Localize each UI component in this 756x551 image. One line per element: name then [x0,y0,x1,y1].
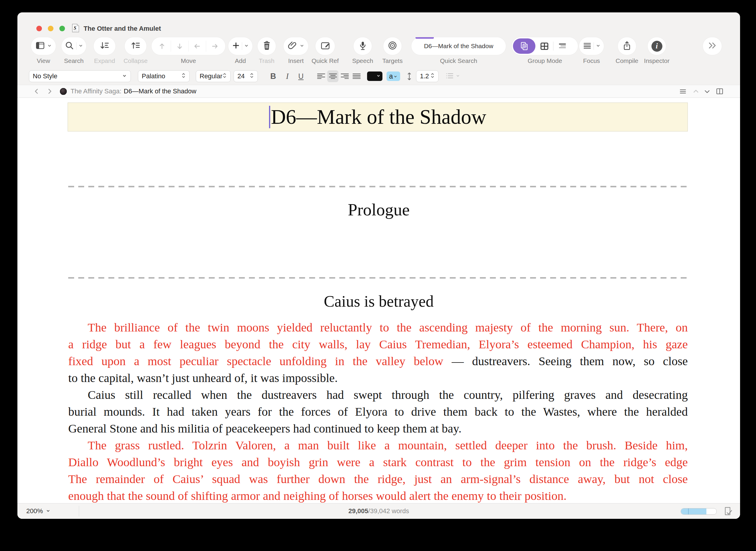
stepper-icon [250,72,254,81]
header-menu-button[interactable] [679,85,687,97]
toolbar-overflow [703,37,722,55]
editor-footer: 200% 29,005/39,042 words [17,503,740,519]
previous-document-button[interactable] [692,85,700,97]
text-line: a ridge but a few leagues beyond the cit… [68,336,688,353]
stepper-icon [181,72,186,81]
text-cursor [269,106,270,128]
document-stack-icon [519,41,529,51]
text-segment: — dustreavers. Seeing them now, so close [443,354,688,368]
highlight-a-glyph: a [389,72,393,80]
text-color-swatch[interactable] [367,71,382,81]
section-separator [68,186,688,187]
list-style-button[interactable] [444,70,462,82]
focus-button[interactable] [579,37,604,55]
insert-button[interactable] [283,37,308,55]
quick-ref-button[interactable] [315,37,335,55]
expand-button[interactable] [94,37,115,55]
text-line: Caius still recalled when the dustreaver… [68,387,688,403]
collapse-button[interactable] [125,37,146,55]
compile-button[interactable] [618,37,636,55]
outline-view-button[interactable] [553,38,571,54]
underline-button[interactable]: U [295,70,307,82]
toolbar-overflow-button[interactable] [703,37,722,55]
target-progress-bar[interactable] [681,508,717,515]
trash-button[interactable] [258,37,276,55]
toolbar-compile: Compile [618,37,636,64]
minimize-window-button[interactable] [48,26,53,31]
move-up-button[interactable] [153,40,171,52]
word-count: 29,005/39,042 words [17,503,740,519]
italic-button[interactable]: I [281,70,293,82]
align-left-button[interactable] [315,70,327,82]
page-view-toggle-button[interactable] [724,506,732,517]
target-icon [387,40,397,52]
view-button[interactable] [31,37,56,55]
quick-ref-icon [320,40,330,52]
quick-search-progress-bar [416,37,434,39]
search-button[interactable] [61,37,86,55]
style-select[interactable]: No Style [29,70,131,82]
text-segment: a ridge but a few leagues beyond the cit… [68,338,688,351]
focus-lines-icon [583,41,592,51]
toolbar-insert: Insert [283,37,308,64]
corkboard-view-button[interactable] [535,38,553,54]
line-spacing-stepper[interactable]: 1.2 [416,70,439,82]
window-title: The Otter and the Amulet [84,25,161,32]
line-spacing-value: 1.2 [420,72,429,80]
editor-content[interactable]: D6—Mark of the Shadow Prologue Caius is … [17,98,740,503]
font-variant-select[interactable]: Regular [196,70,231,82]
text-line: fixed upon a most peculiar spectacle unf… [68,353,688,370]
move-left-button[interactable] [188,40,206,52]
quick-search-label: Quick Search [440,57,477,64]
targets-label: Targets [382,57,403,64]
chevron-down-icon [122,72,127,80]
targets-button[interactable] [383,37,402,55]
info-icon: i [651,41,662,52]
move-down-button[interactable] [171,40,188,52]
document-title-block[interactable]: D6—Mark of the Shadow [68,102,688,131]
close-window-button[interactable] [36,26,42,31]
split-editor-button[interactable] [716,85,724,97]
desktop: { "window": { "title": "The Otter and th… [0,0,756,551]
progress-tick [688,508,689,514]
alignment-group [315,70,362,82]
navigate-forward-button[interactable] [46,85,53,97]
text-segment: fixed upon a most peculiar spectacle unf… [68,354,443,368]
style-value: No Style [33,72,57,80]
navigate-back-button[interactable] [33,85,40,97]
text-line: The grass rustled. Tolzrin Valoren, a ma… [68,437,688,454]
inspector-button[interactable]: i [648,37,666,55]
collapse-label: Collapse [123,57,148,64]
chevron-down-icon [703,88,711,95]
outline-icon [558,42,567,50]
speech-button[interactable] [353,37,372,55]
highlight-color-button[interactable]: a [387,71,400,81]
bold-button[interactable]: B [267,70,279,82]
align-center-button[interactable] [327,70,338,82]
next-document-button[interactable] [703,85,711,97]
add-button[interactable] [228,37,252,55]
scrivener-document-icon: S [72,24,79,34]
share-export-icon [622,40,632,52]
align-right-button[interactable] [339,70,350,82]
font-family-select[interactable]: Palatino [138,70,190,82]
toolbar-add: Add [228,37,252,64]
move-label: Move [181,57,196,64]
text-line: burial mounds. It had taken years for th… [68,403,688,420]
zoom-window-button[interactable] [59,26,65,31]
breadcrumb: The Affinity Saga: D6—Mark of the Shadow [67,85,196,97]
text-line: The brilliance of the twin moons yielded… [68,319,688,336]
body-text: The brilliance of the twin moons yielded… [68,319,688,503]
line-spacing-icon [405,70,414,82]
word-count-current: 29,005 [348,507,368,515]
align-justify-button[interactable] [351,70,362,82]
quick-search-field[interactable]: D6—Mark of the Shadow [411,37,506,55]
title-bar: S The Otter and the Amulet [17,12,740,37]
document-badge-icon[interactable] [60,85,67,97]
font-size-stepper[interactable]: 24 [234,70,258,82]
prologue-heading: Prologue [17,199,740,220]
document-view-button[interactable] [513,38,535,54]
svg-text:S: S [74,25,76,30]
move-right-button[interactable] [206,40,224,52]
split-pane-icon [716,87,724,95]
